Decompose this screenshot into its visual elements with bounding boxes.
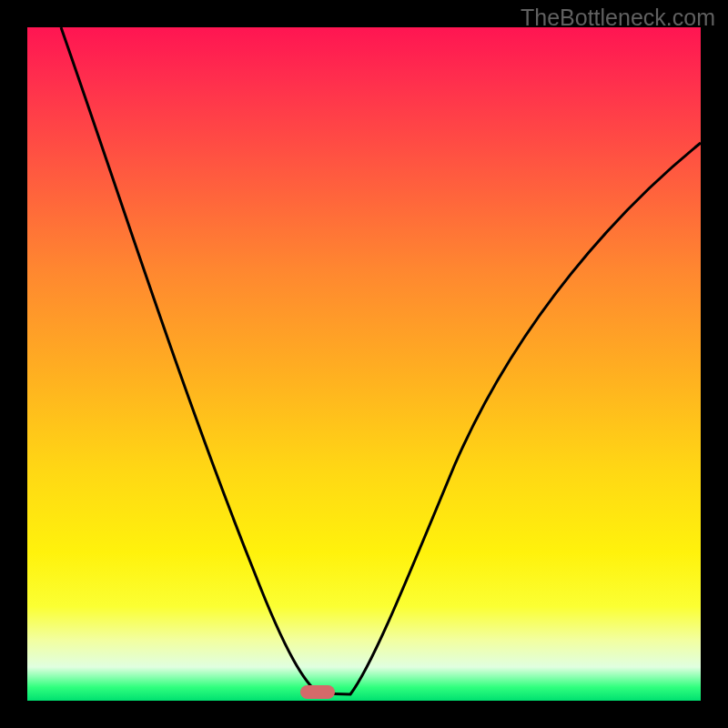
chart-plot-area bbox=[27, 27, 701, 701]
bottleneck-marker bbox=[300, 685, 335, 699]
chart-curve-layer bbox=[27, 27, 701, 701]
bottleneck-curve-path bbox=[61, 27, 701, 694]
watermark-text: TheBottleneck.com bbox=[521, 5, 715, 31]
